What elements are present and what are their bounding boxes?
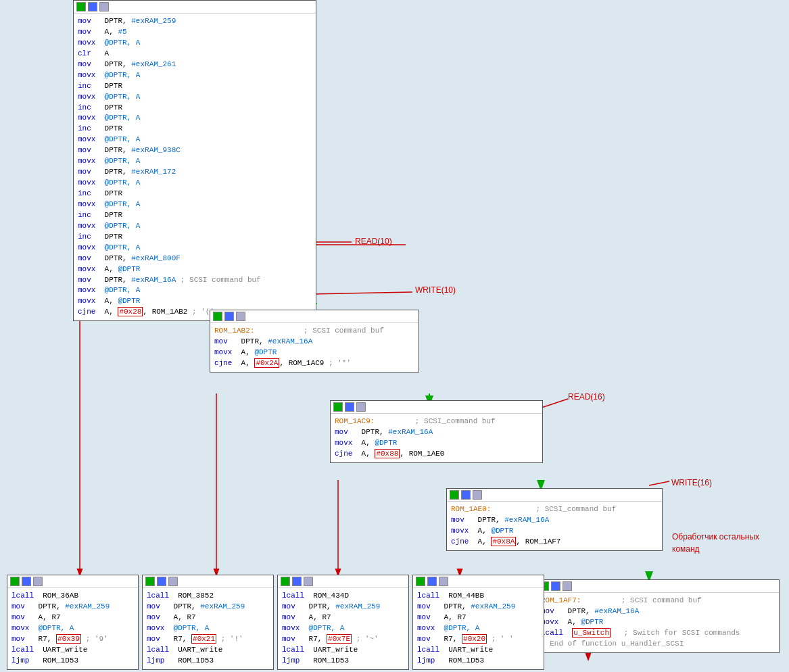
header-btn-green[interactable] (10, 577, 20, 586)
bottom-block-1-header (7, 575, 138, 588)
other-annotation: Обработчик остальныхкоманд (672, 531, 759, 555)
bottom-block-3: lcall ROM_434D mov DPTR, #exRAM_259 mov … (277, 575, 409, 670)
header-btn-green[interactable] (416, 577, 425, 586)
header-btn-gray[interactable] (563, 581, 572, 591)
write16-annotation: WRITE(16) (671, 478, 712, 487)
top-block-header (74, 1, 316, 14)
bottom-block-3-header (278, 575, 408, 588)
bottom-block-3-content: lcall ROM_434D mov DPTR, #exRAM_259 mov … (278, 588, 408, 669)
header-btn-green[interactable] (450, 490, 459, 500)
rom1af7-content: ROM_1AF7: ; SCSI command buf mov DPTR, #… (537, 593, 779, 652)
rom1ac9-block: ROM_1AC9: ; SCSI_command buf mov DPTR, #… (330, 400, 543, 463)
header-btn-blue[interactable] (224, 312, 234, 321)
top-block-content: mov DPTR, #exRAM_259 mov A, #5 movx @DPT… (74, 14, 316, 320)
svg-line-8 (649, 481, 669, 485)
header-btn-gray[interactable] (33, 577, 43, 586)
header-btn-gray[interactable] (236, 312, 245, 321)
header-btn-blue[interactable] (88, 2, 97, 11)
rom1ac9-content: ROM_1AC9: ; SCSI_command buf mov DPTR, #… (331, 414, 542, 462)
header-btn-blue[interactable] (551, 581, 560, 591)
rom1ae0-content: ROM_1AE0: ; SCSI_command buf mov DPTR, #… (447, 502, 662, 550)
rom1af7-header (537, 580, 779, 593)
bottom-block-2-content: lcall ROM_3852 mov DPTR, #exRAM_259 mov … (143, 588, 273, 669)
bottom-block-4-header (413, 575, 544, 588)
bottom-block-4: lcall ROM_44BB mov DPTR, #exRAM_259 mov … (412, 575, 544, 670)
rom1af7-block: ROM_1AF7: ; SCSI command buf mov DPTR, #… (536, 579, 780, 653)
bottom-block-1-content: lcall ROM_36AB mov DPTR, #exRAM_259 mov … (7, 588, 138, 669)
header-btn-green[interactable] (76, 2, 86, 11)
header-btn-blue[interactable] (157, 577, 166, 586)
read16-annotation: READ(16) (568, 392, 605, 402)
header-btn-blue[interactable] (427, 577, 437, 586)
bottom-block-2: lcall ROM_3852 mov DPTR, #exRAM_259 mov … (142, 575, 274, 670)
header-btn-gray[interactable] (439, 577, 448, 586)
svg-line-6 (312, 292, 412, 294)
header-btn-gray[interactable] (356, 402, 366, 412)
header-btn-green[interactable] (213, 312, 222, 321)
header-btn-green[interactable] (145, 577, 155, 586)
header-btn-green[interactable] (281, 577, 290, 586)
bottom-block-1: lcall ROM_36AB mov DPTR, #exRAM_259 mov … (7, 575, 139, 670)
header-btn-blue[interactable] (345, 402, 354, 412)
read10-annotation: READ(10) (355, 237, 392, 246)
header-btn-gray[interactable] (473, 490, 482, 500)
bottom-block-4-content: lcall ROM_44BB mov DPTR, #exRAM_259 mov … (413, 588, 544, 669)
top-code-block: mov DPTR, #exRAM_259 mov A, #5 movx @DPT… (73, 0, 316, 321)
header-btn-blue[interactable] (22, 577, 31, 586)
header-btn-green[interactable] (333, 402, 343, 412)
rom1ac9-header (331, 401, 542, 414)
rom1ae0-block: ROM_1AE0: ; SCSI_command buf mov DPTR, #… (446, 488, 663, 551)
bottom-block-2-header (143, 575, 273, 588)
rom1ab2-block: ROM_1AB2: ; SCSI command buf mov DPTR, #… (210, 310, 419, 373)
header-btn-gray[interactable] (99, 2, 109, 11)
header-btn-gray[interactable] (304, 577, 313, 586)
header-btn-gray[interactable] (168, 577, 178, 586)
write10-annotation: WRITE(10) (415, 285, 456, 295)
rom1ab2-header (210, 310, 419, 323)
header-btn-blue[interactable] (461, 490, 471, 500)
rom1ae0-header (447, 489, 662, 502)
header-btn-blue[interactable] (292, 577, 302, 586)
rom1ab2-content: ROM_1AB2: ; SCSI command buf mov DPTR, #… (210, 323, 419, 372)
